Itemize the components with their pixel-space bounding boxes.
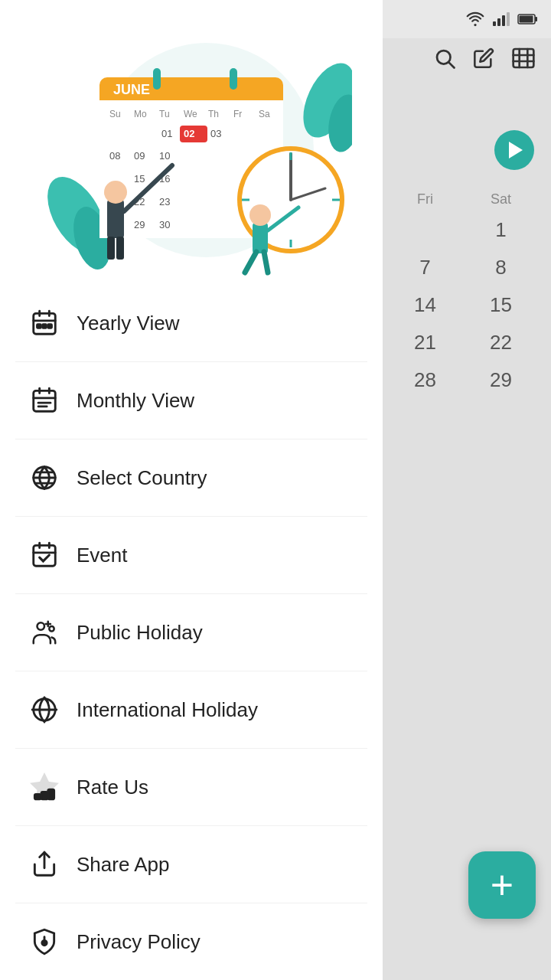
calendar-row: 1 [387, 218, 539, 242]
illustration: JUNE Su Mo Tu We Th Fr Sa 01 02 03 08 09… [0, 0, 383, 285]
menu-item-international-holiday[interactable]: International Holiday [15, 671, 367, 749]
svg-text:Fr: Fr [233, 109, 242, 119]
privacy-icon [23, 920, 66, 963]
calendar-cell[interactable] [407, 218, 444, 242]
svg-text:15: 15 [134, 173, 145, 185]
globe-icon [23, 456, 66, 499]
svg-rect-3 [507, 12, 510, 26]
svg-text:01: 01 [161, 128, 172, 139]
svg-rect-69 [34, 390, 56, 411]
svg-text:Mo: Mo [134, 109, 147, 119]
svg-point-84 [49, 626, 54, 631]
rate-icon [23, 766, 66, 808]
svg-text:03: 03 [210, 128, 221, 139]
share-icon [23, 843, 66, 886]
svg-text:09: 09 [134, 150, 145, 162]
svg-text:23: 23 [159, 196, 170, 207]
calendar-grid-button[interactable] [511, 46, 536, 74]
menu-label-event: Event [77, 544, 128, 567]
calendar-cell[interactable]: 22 [483, 331, 520, 354]
svg-text:Th: Th [208, 109, 219, 119]
wifi-icon [465, 11, 485, 27]
calendar-cell[interactable]: 14 [407, 293, 444, 317]
calendar-row: 2829 [387, 368, 539, 392]
calendar-row: 1415 [387, 293, 539, 317]
signal-icon [493, 11, 510, 27]
svg-point-58 [249, 204, 271, 226]
svg-text:10: 10 [159, 150, 170, 162]
menu-label-monthly-view: Monthly View [77, 389, 194, 413]
menu-label-public-holiday: Public Holiday [77, 621, 203, 645]
calendar-cell[interactable]: 15 [483, 293, 520, 317]
calendar-row: 78 [387, 256, 539, 279]
calendar-cell[interactable]: 21 [407, 331, 444, 354]
svg-rect-48 [116, 237, 124, 260]
menu-item-share-app[interactable]: Share App [15, 826, 367, 903]
drawer: JUNE Su Mo Tu We Th Fr Sa 01 02 03 08 09… [0, 0, 383, 980]
svg-rect-47 [107, 237, 115, 260]
calendar-cell[interactable]: 29 [483, 368, 520, 392]
play-button[interactable] [494, 130, 534, 170]
svg-rect-0 [493, 21, 496, 26]
svg-text:29: 29 [134, 219, 145, 230]
calendar-header-row: Fri Sat [387, 191, 539, 207]
svg-line-60 [245, 252, 256, 273]
menu-item-monthly-view[interactable]: Monthly View [15, 362, 367, 439]
svg-text:08: 08 [109, 150, 120, 162]
svg-text:02: 02 [184, 128, 194, 139]
svg-rect-68 [48, 325, 52, 328]
svg-point-83 [37, 622, 45, 630]
calendar-cell[interactable]: 8 [483, 256, 520, 279]
public-holiday-icon [23, 611, 66, 654]
svg-rect-5 [535, 17, 537, 21]
menu-label-international-holiday: International Holiday [77, 698, 258, 722]
menu-item-privacy-policy[interactable]: Privacy Policy [15, 903, 367, 980]
menu-item-select-country[interactable]: Select Country [15, 439, 367, 517]
svg-rect-21 [153, 68, 161, 90]
svg-point-94 [42, 940, 47, 945]
menu-item-public-holiday[interactable]: Public Holiday [15, 594, 367, 671]
svg-text:Tu: Tu [159, 109, 170, 119]
svg-rect-2 [502, 15, 505, 26]
calendar-cell[interactable]: 7 [407, 256, 444, 279]
menu-item-rate-us[interactable]: Rate Us [15, 749, 367, 826]
svg-rect-9 [514, 49, 534, 67]
svg-rect-67 [43, 325, 47, 328]
svg-rect-66 [37, 325, 41, 328]
svg-rect-6 [520, 16, 533, 23]
toolbar [375, 46, 551, 74]
calendar-grid: Fri Sat 178141521222829 [375, 184, 551, 413]
col-sat: Sat [483, 191, 520, 207]
status-bar [375, 0, 551, 38]
edit-button[interactable] [473, 47, 494, 72]
yearly-icon [23, 302, 66, 345]
svg-rect-44 [107, 200, 124, 238]
svg-point-45 [104, 181, 127, 204]
menu-label-yearly-view: Yearly View [77, 312, 179, 335]
svg-rect-22 [230, 68, 237, 90]
svg-text:We: We [184, 109, 197, 119]
menu-label-privacy-policy: Privacy Policy [77, 930, 201, 954]
search-button[interactable] [433, 47, 456, 73]
monthly-icon [23, 379, 66, 422]
svg-text:30: 30 [159, 219, 170, 230]
event-icon [23, 534, 66, 577]
menu-item-event[interactable]: Event [15, 517, 367, 594]
menu-item-yearly-view[interactable]: Yearly View [15, 285, 367, 362]
menu-label-select-country: Select Country [77, 466, 207, 490]
calendar-cell[interactable]: 28 [407, 368, 444, 392]
add-icon: + [491, 865, 514, 905]
add-button[interactable]: + [468, 851, 536, 919]
col-fri: Fri [407, 191, 444, 207]
svg-text:JUNE: JUNE [113, 82, 150, 97]
battery-icon [517, 13, 539, 25]
svg-rect-90 [34, 795, 41, 799]
intl-holiday-icon [23, 688, 66, 731]
svg-rect-1 [497, 18, 500, 26]
menu-label-rate-us: Rate Us [77, 776, 148, 799]
svg-text:Su: Su [109, 109, 121, 119]
svg-rect-79 [34, 545, 56, 566]
calendar-row: 2122 [387, 331, 539, 354]
calendar-cell[interactable]: 1 [483, 218, 520, 242]
svg-rect-92 [48, 789, 54, 799]
